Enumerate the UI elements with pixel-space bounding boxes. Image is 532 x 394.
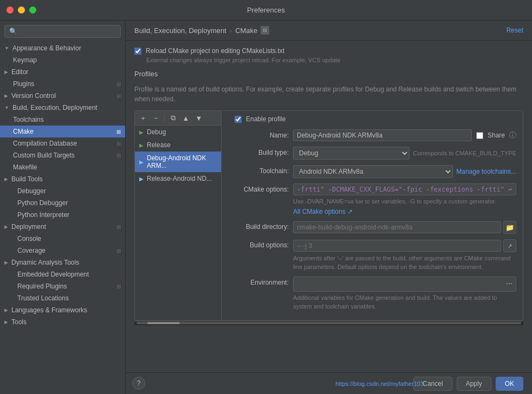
coverage-icon: ⊞ (116, 248, 121, 254)
sidebar-item-dynamic-analysis[interactable]: ▶ Dynamic Analysis Tools (0, 257, 125, 268)
sidebar-item-trusted-locations[interactable]: Trusted Locations (0, 292, 125, 304)
copy-profile-button[interactable]: ⧉ (167, 113, 179, 123)
sidebar-item-embedded[interactable]: Embedded Development (0, 268, 125, 280)
build-dir-field: 📁 (293, 221, 516, 234)
version-control-icon: ⊞ (116, 93, 121, 99)
panel-header: Build, Execution, Deployment › CMake ⊟ R… (126, 21, 532, 41)
enable-profile-row: Enable profile (235, 115, 516, 123)
profile-item-release[interactable]: ▶ Release (135, 139, 221, 152)
name-row: Name: Share ⓘ (235, 129, 516, 141)
chevron-right-icon3: ▶ (4, 176, 8, 182)
sidebar-item-debugger[interactable]: Debugger (0, 185, 125, 197)
reload-checkbox-row: Reload CMake project on editing CMakeLis… (134, 47, 523, 55)
cmake-options-row: CMake options: Use -DVAR_NAME=va lue to … (235, 183, 516, 215)
move-up-button[interactable]: ▲ (180, 113, 192, 123)
sidebar-item-tools[interactable]: ▶ Tools (0, 316, 125, 328)
environment-label: Environment: (235, 277, 289, 286)
breadcrumb: Build, Execution, Deployment › CMake ⊟ (134, 26, 269, 35)
debug-android-triangle-icon: ▶ (139, 159, 144, 165)
maximize-button[interactable] (29, 6, 36, 14)
ok-button[interactable]: OK (496, 377, 523, 391)
profile-item-debug-android[interactable]: ▶ Debug-Android NDK ARM... (135, 152, 221, 172)
build-type-select[interactable]: Debug Release RelWithDebInfo MinSizeRel (293, 147, 410, 160)
reload-label: Reload CMake project on editing CMakeLis… (146, 47, 284, 55)
enable-profile-checkbox[interactable] (235, 116, 242, 123)
add-profile-button[interactable]: + (137, 113, 149, 123)
apply-button[interactable]: Apply (457, 377, 491, 391)
url-display: https://blog.csdn.net/myfather103 (335, 380, 424, 387)
sidebar-item-required-plugins[interactable]: Required Plugins ⊞ (0, 280, 125, 292)
custom-build-icon: ⊞ (116, 153, 121, 159)
build-type-hint: Corresponds to CMAKE_BUILD_TYPE (413, 150, 516, 156)
sidebar-item-plugins[interactable]: Plugins ⊞ (0, 78, 125, 90)
sidebar-item-appearance[interactable]: ▼ Appearance & Behavior (0, 42, 125, 54)
reset-button[interactable]: Reset (507, 27, 523, 34)
minimize-button[interactable] (18, 6, 25, 14)
sidebar-item-python-debugger[interactable]: Python Debugger (0, 197, 125, 209)
sidebar-item-makefile[interactable]: Makefile (0, 161, 125, 173)
chevron-right-icon2: ▶ (4, 93, 8, 98)
help-button[interactable]: ? (132, 377, 145, 390)
sidebar-item-custom-build[interactable]: Custom Build Targets ⊞ (0, 149, 125, 161)
sidebar-item-version-control[interactable]: ▶ Version Control ⊞ (0, 90, 125, 102)
toolchain-row: Toolchain: Android NDK ARMv8a Manage too… (235, 165, 516, 178)
browse-dir-button[interactable]: 📁 (503, 221, 516, 234)
cmake-options-field: Use -DVAR_NAME=va lue to set variables, … (293, 183, 516, 215)
remove-profile-button[interactable]: − (150, 113, 162, 123)
move-down-button[interactable]: ▼ (193, 113, 205, 123)
sidebar-item-languages[interactable]: ▶ Languages & Frameworks (0, 304, 125, 316)
share-checkbox[interactable] (476, 132, 483, 139)
search-input[interactable] (4, 25, 121, 38)
right-panel: Build, Execution, Deployment › CMake ⊟ R… (126, 21, 532, 394)
scrollbar-thumb[interactable] (147, 322, 180, 324)
share-label: Share (488, 132, 505, 139)
sidebar-item-build-exec[interactable]: ▼ Build, Execution, Deployment (0, 102, 125, 114)
toolchain-select[interactable]: Android NDK ARMv8a (293, 165, 453, 178)
sidebar-item-cmake[interactable]: CMake ⊞ (0, 126, 125, 137)
build-options-field: ↗ Arguments after '--' are passed to the… (293, 239, 516, 271)
build-options-input[interactable] (293, 240, 501, 252)
environment-edit-button[interactable]: ⋯ (503, 278, 515, 290)
sidebar-item-console[interactable]: Console (0, 233, 125, 245)
compilation-icon: ⊞ (116, 141, 121, 147)
close-button[interactable] (7, 6, 14, 14)
scrollbar[interactable] (134, 321, 523, 325)
all-cmake-options-link[interactable]: All CMake options ↗ (293, 208, 516, 215)
reload-checkbox[interactable] (134, 48, 141, 55)
environment-hint: Additional variables for CMake generatio… (293, 294, 516, 311)
sidebar-item-deployment[interactable]: ▶ Deployment ⊞ (0, 221, 125, 233)
manage-toolchains-link[interactable]: Manage toolchains... (456, 168, 516, 175)
enable-profile-label: Enable profile (246, 115, 286, 123)
sidebar-item-python-interpreter[interactable]: Python Interpreter (0, 209, 125, 221)
build-options-row: Build options: ↗ Arguments after '--' ar… (235, 239, 516, 271)
sidebar-item-editor[interactable]: ▶ Editor (0, 66, 125, 78)
share-help-icon[interactable]: ⓘ (509, 130, 516, 140)
build-options-label: Build options: (235, 239, 289, 249)
release-android-triangle-icon: ▶ (139, 176, 144, 182)
name-field: Share ⓘ (293, 129, 516, 141)
reload-hint: External changes always trigger project … (146, 57, 523, 63)
sidebar-item-toolchains[interactable]: Toolchains (0, 114, 125, 126)
sidebar-item-compilation-db[interactable]: Compilation Database ⊞ (0, 137, 125, 149)
debug-triangle-icon: ▶ (139, 129, 144, 135)
name-input[interactable] (293, 129, 472, 141)
cmake-options-input[interactable] (293, 183, 516, 195)
main-content: ▼ Appearance & Behavior Keymap ▶ Editor … (0, 21, 532, 394)
sidebar-item-build-tools[interactable]: ▶ Build Tools (0, 173, 125, 185)
cmake-settings-icon: ⊞ (116, 129, 121, 135)
release-triangle-icon: ▶ (139, 142, 144, 148)
expand-build-options-button[interactable]: ↗ (503, 239, 516, 252)
profile-item-release-android[interactable]: ▶ Release-Android ND... (135, 172, 221, 185)
name-label: Name: (235, 129, 289, 139)
sidebar-item-coverage[interactable]: Coverage ⊞ (0, 245, 125, 257)
build-dir-input[interactable] (293, 221, 501, 233)
cmake-hint: Use -DVAR_NAME=va lue to set variables, … (293, 198, 516, 206)
profiles-list: + − ⧉ ▲ ▼ ▶ Debug ▶ R (135, 111, 222, 320)
profile-item-debug[interactable]: ▶ Debug (135, 126, 221, 139)
build-dir-label: Build directory: (235, 221, 289, 231)
toolchain-field: Android NDK ARMv8a Manage toolchains... (293, 165, 516, 178)
sidebar-item-keymap[interactable]: Keymap (0, 54, 125, 66)
breadcrumb-separator: › (230, 27, 232, 35)
environment-input[interactable] (293, 277, 516, 292)
cmake-breadcrumb-icon: ⊟ (261, 26, 269, 35)
